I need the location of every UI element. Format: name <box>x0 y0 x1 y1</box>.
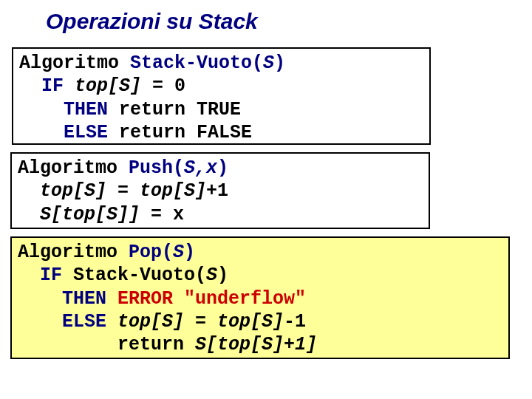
algo-box-stackvuoto: Algoritmo Stack-Vuoto(S) IF top[S] = 0 T… <box>12 47 431 145</box>
text-plain: return FALSE <box>108 122 252 143</box>
text-keyword: ELSE <box>64 122 108 143</box>
text-plain: ) <box>217 265 228 286</box>
text-expr: top[S] <box>106 311 184 332</box>
text-plain: = x <box>140 204 184 225</box>
text-keyword: THEN <box>64 99 108 120</box>
text-param: S,x <box>184 157 217 179</box>
text-plain: Algoritmo <box>18 157 129 179</box>
algo-box-pop: Algoritmo Pop(S) IF Stack-Vuoto(S) THEN … <box>10 236 510 359</box>
text-plain <box>106 288 117 310</box>
slide: Operazioni su Stack Algoritmo Stack-Vuot… <box>0 0 532 399</box>
text-plain: Algoritmo <box>18 242 129 263</box>
text-expr: top[S] <box>40 180 106 202</box>
text-indent <box>18 334 117 355</box>
code-line: return S[top[S]+1] <box>18 333 502 356</box>
text-plain: Algoritmo <box>19 52 130 74</box>
code-line: Algoritmo Stack-Vuoto(S) <box>19 52 423 75</box>
text-error: ERROR "underflow" <box>117 288 306 310</box>
code-line: top[S] = top[S]+1 <box>18 180 423 202</box>
text-expr: top[S] <box>140 180 206 202</box>
text-keyword: ) <box>184 242 195 263</box>
code-line: THEN return TRUE <box>19 98 423 121</box>
text-plain: return <box>117 334 195 355</box>
text-indent <box>19 75 41 97</box>
text-param: S <box>263 52 274 74</box>
text-param: S <box>173 242 184 263</box>
code-line: IF top[S] = 0 <box>19 75 423 98</box>
slide-title: Operazioni su Stack <box>46 9 258 34</box>
text-plain: = 0 <box>152 75 185 97</box>
code-line: ELSE return FALSE <box>19 121 423 144</box>
text-keyword: IF <box>40 265 62 286</box>
code-line: Algoritmo Push(S,x) <box>18 157 423 180</box>
text-plain: return TRUE <box>108 99 241 120</box>
text-indent <box>19 122 64 143</box>
text-expr: S[top[S]] <box>40 204 140 225</box>
code-line: ELSE top[S] = top[S]-1 <box>18 310 502 333</box>
code-line: IF Stack-Vuoto(S) <box>18 264 502 287</box>
text-plain: -1 <box>284 311 306 332</box>
code-line: THEN ERROR "underflow" <box>18 287 502 310</box>
text-indent <box>18 204 40 225</box>
text-indent <box>18 180 40 202</box>
text-keyword: Pop( <box>129 242 173 263</box>
text-expr: S[top[S]+1] <box>195 334 317 355</box>
text-plain: +1 <box>206 180 228 202</box>
text-expr: top[S] <box>64 75 152 97</box>
text-indent <box>19 99 64 120</box>
algo-box-push: Algoritmo Push(S,x) top[S] = top[S]+1 S[… <box>10 152 430 229</box>
text-keyword: Push( <box>129 157 184 179</box>
text-keyword: ) <box>217 157 228 179</box>
code-line: Algoritmo Pop(S) <box>18 241 502 264</box>
text-keyword: THEN <box>62 288 106 310</box>
text-param: S <box>206 265 217 286</box>
code-line: S[top[S]] = x <box>18 203 423 226</box>
text-plain: = <box>184 311 217 332</box>
text-keyword: Stack-Vuoto( <box>130 52 263 74</box>
text-plain <box>62 265 73 286</box>
text-indent <box>18 311 62 332</box>
text-plain: Stack-Vuoto( <box>73 265 206 286</box>
text-indent <box>18 288 62 310</box>
text-keyword: ELSE <box>62 311 106 332</box>
text-keyword: IF <box>41 75 64 97</box>
text-keyword: ) <box>274 52 285 74</box>
text-plain: = <box>106 180 140 202</box>
text-indent <box>18 265 40 286</box>
text-expr: top[S] <box>217 311 284 332</box>
